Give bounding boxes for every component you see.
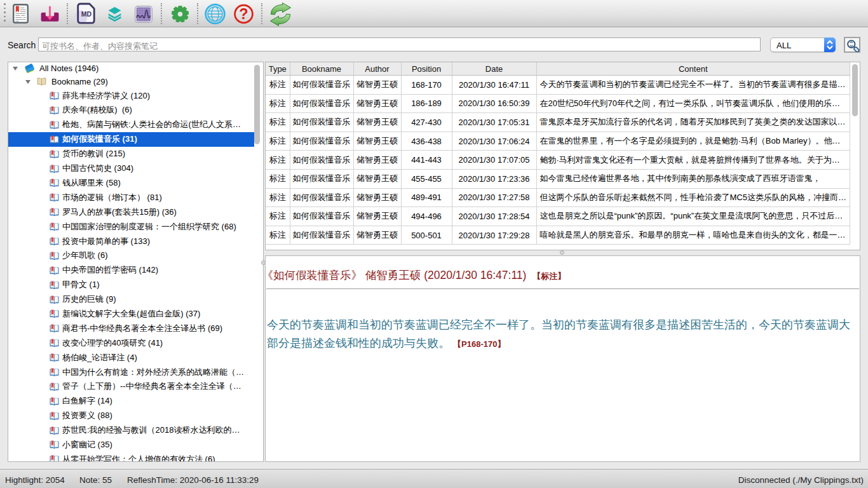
svg-text:?: ? — [239, 6, 248, 22]
svg-text:MD: MD — [81, 10, 92, 18]
